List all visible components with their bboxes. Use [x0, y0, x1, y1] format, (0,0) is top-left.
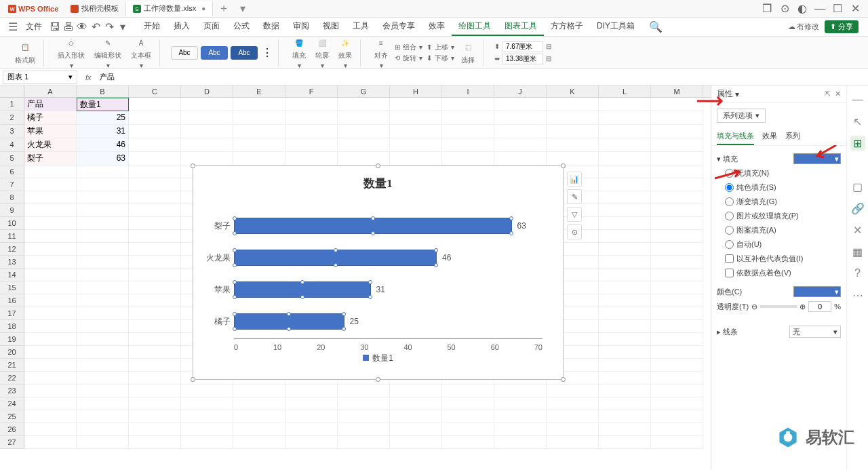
menu-tab-efficiency[interactable]: 效率 — [422, 18, 452, 36]
transparency-slider[interactable] — [760, 305, 797, 308]
cell-A3[interactable]: 苹果 — [24, 125, 77, 138]
move-up-button[interactable]: ⬆ 上移 ▾ — [427, 43, 454, 52]
sheet-area[interactable]: A B C D E F G H I J K L M 1产品数量1 2橘子25 3… — [0, 85, 711, 470]
effect-button[interactable]: ✨效果 ▾ — [336, 36, 355, 69]
cell-B5[interactable]: 63 — [77, 152, 129, 165]
row-header[interactable]: 3 — [0, 125, 24, 138]
col-header-B[interactable]: B — [77, 85, 129, 97]
line-section-header[interactable]: ▸ 线条 — [717, 327, 738, 337]
rail-minimize-icon[interactable]: — — [850, 92, 865, 107]
select-button[interactable]: ⬚选择 — [458, 41, 477, 65]
row-header[interactable]: 22 — [0, 372, 24, 385]
style-expand-icon[interactable]: ⋮ — [262, 46, 273, 59]
cell-B2[interactable]: 25 — [77, 111, 129, 125]
row-header[interactable]: 26 — [0, 423, 24, 436]
bypoint-checkbox[interactable]: 依数据点着色(V) — [717, 266, 841, 280]
row-header[interactable]: 5 — [0, 152, 24, 165]
fill-pattern-radio[interactable]: 图案填充(A) — [717, 223, 841, 237]
rail-more-icon[interactable]: ⋯ — [850, 288, 865, 302]
chart-title[interactable]: 数量1 — [193, 166, 563, 197]
dropdown-icon[interactable]: ▾ — [117, 21, 129, 33]
move-down-button[interactable]: ⬇ 下移 ▾ — [427, 54, 454, 63]
menu-tab-start[interactable]: 开始 — [137, 18, 167, 36]
resize-handle[interactable] — [561, 377, 566, 382]
chart-style-button[interactable]: ✎ — [567, 189, 582, 204]
chart-settings-button[interactable]: ⊙ — [567, 224, 582, 239]
rail-select-icon[interactable]: ↖ — [850, 114, 865, 129]
rail-cal-icon[interactable]: ▦ — [850, 244, 865, 259]
transparency-increment[interactable]: ⊕ — [800, 302, 806, 311]
row-header[interactable]: 18 — [0, 320, 24, 333]
menu-tab-page[interactable]: 页面 — [197, 18, 226, 36]
menu-tab-drawing[interactable]: 绘图工具 — [452, 18, 498, 36]
rotate-button[interactable]: ⟲ 旋转 ▾ — [395, 54, 422, 63]
cell-A1[interactable]: 产品 — [24, 98, 77, 111]
width-input[interactable] — [502, 54, 543, 64]
window-user-icon[interactable]: ◐ — [797, 4, 807, 14]
series-select[interactable]: 系列选项 ▾ — [717, 109, 766, 123]
chart-elements-button[interactable]: 📊 — [567, 172, 582, 187]
resize-handle[interactable] — [191, 377, 195, 382]
row-header[interactable]: 1 — [0, 98, 24, 111]
fill-color-swatch[interactable]: ▾ — [793, 153, 841, 164]
cell-B4[interactable]: 46 — [77, 138, 129, 152]
chart-bar-row[interactable]: 梨子 63 — [234, 217, 542, 235]
print-icon[interactable]: 🖶 — [62, 21, 75, 33]
window-help-icon[interactable]: ⊙ — [780, 4, 789, 14]
cell-A2[interactable]: 橘子 — [24, 111, 77, 125]
fill-none-radio[interactable]: 无填充(N) — [717, 166, 841, 180]
resize-handle[interactable] — [376, 163, 380, 168]
props-tab-series[interactable]: 系列 — [785, 128, 800, 145]
cell-A4[interactable]: 火龙果 — [24, 138, 77, 152]
hamburger-icon[interactable]: ☰ — [4, 20, 22, 33]
fill-section-header[interactable]: ▾ 填充 ▾ — [717, 151, 841, 166]
window-close-icon[interactable]: ✕ — [850, 4, 860, 14]
search-icon[interactable]: 🔍 — [650, 21, 662, 33]
row-header[interactable]: 2 — [0, 111, 24, 125]
tab-workbook[interactable]: S 工作簿数量.xlsx ● — [126, 1, 213, 16]
transparency-input[interactable] — [808, 301, 831, 312]
row-header[interactable]: 10 — [0, 217, 24, 230]
line-select[interactable]: 无 ▾ — [789, 326, 841, 338]
save-icon[interactable]: 🖫 — [49, 21, 61, 33]
row-header[interactable]: 8 — [0, 191, 24, 204]
fx-label[interactable]: fx — [80, 73, 97, 81]
tab-menu-icon[interactable]: ▾ — [235, 2, 251, 15]
row-header[interactable]: 23 — [0, 385, 24, 397]
style-chip-3[interactable]: Abc — [231, 46, 258, 60]
props-tab-fill[interactable]: 填充与线条 — [717, 128, 754, 145]
chart-bar[interactable] — [234, 218, 512, 234]
row-header[interactable]: 9 — [0, 204, 24, 217]
row-header[interactable]: 27 — [0, 436, 24, 449]
outline-button[interactable]: ⬜轮廓 ▾ — [313, 36, 332, 69]
row-header[interactable]: 11 — [0, 230, 24, 243]
col-header-K[interactable]: K — [547, 85, 599, 97]
row-header[interactable]: 15 — [0, 281, 24, 294]
row-header[interactable]: 17 — [0, 307, 24, 320]
textbox-button[interactable]: A文本框 ▾ — [128, 36, 154, 69]
chart-bar-row[interactable]: 橘子 25 — [234, 313, 542, 330]
row-header[interactable]: 20 — [0, 346, 24, 359]
group-button[interactable]: ⊞ 组合 ▾ — [395, 43, 422, 52]
complement-checkbox[interactable]: 以互补色代表负值(I) — [717, 252, 841, 266]
pin-icon[interactable]: ⇱ — [825, 90, 831, 98]
chart-bar-row[interactable]: 苹果 31 — [234, 281, 542, 298]
props-tab-effect[interactable]: 效果 — [762, 128, 777, 145]
new-tab-button[interactable]: ＋ — [213, 1, 235, 16]
row-header[interactable]: 6 — [0, 165, 24, 178]
col-header-A[interactable]: A — [24, 85, 77, 97]
col-header-E[interactable]: E — [233, 85, 285, 97]
rail-properties-icon[interactable]: ⊞ — [850, 136, 865, 151]
rail-link-icon[interactable]: 🔗 — [850, 201, 865, 216]
chart-bar[interactable] — [234, 313, 344, 330]
row-header[interactable]: 14 — [0, 269, 24, 281]
col-header-M[interactable]: M — [651, 85, 703, 97]
edit-shape-button[interactable]: ✎编辑形状 ▾ — [92, 36, 124, 69]
rail-help-icon[interactable]: ? — [850, 266, 865, 281]
menu-tab-insert[interactable]: 插入 — [167, 18, 197, 36]
menu-tab-tools[interactable]: 工具 — [346, 18, 376, 36]
fill-gradient-radio[interactable]: 渐变填充(G) — [717, 195, 841, 209]
align-button[interactable]: ≡对齐 ▾ — [372, 36, 391, 69]
menu-tab-member[interactable]: 会员专享 — [376, 18, 422, 36]
col-header-L[interactable]: L — [599, 85, 651, 97]
